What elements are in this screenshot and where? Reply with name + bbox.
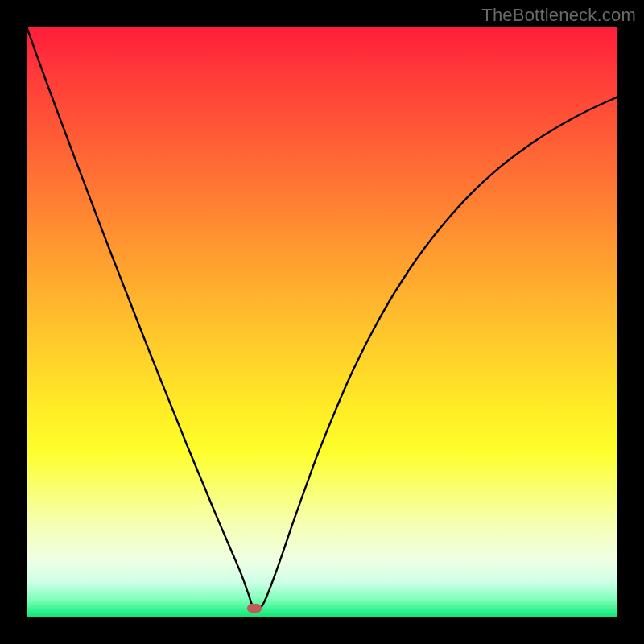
watermark: TheBottleneck.com: [481, 5, 636, 26]
bottleneck-curve: [27, 27, 617, 617]
optimal-point-marker: [247, 604, 262, 613]
chart-frame: TheBottleneck.com: [0, 0, 644, 644]
plot-area: [27, 27, 617, 617]
